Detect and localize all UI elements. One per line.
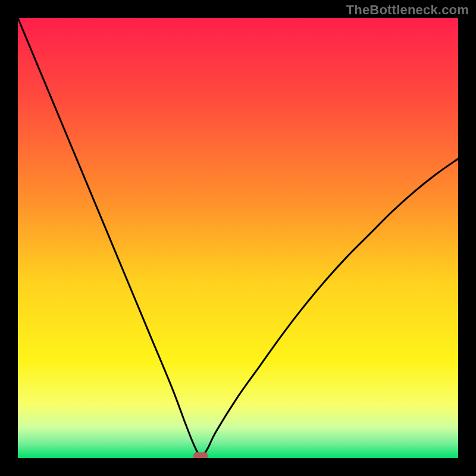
gradient-background bbox=[18, 18, 458, 458]
outer-frame: TheBottleneck.com bbox=[0, 0, 476, 476]
watermark-text: TheBottleneck.com bbox=[346, 2, 469, 18]
optimal-marker bbox=[193, 452, 208, 458]
chart-svg bbox=[18, 18, 458, 458]
plot-area bbox=[18, 18, 458, 458]
